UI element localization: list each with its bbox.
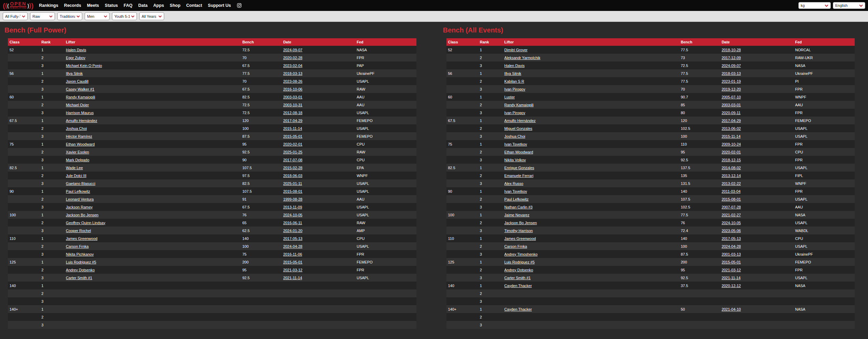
lifter-link[interactable]: Ethan Woodward <box>66 142 95 146</box>
lifter-link[interactable]: Michael Oxier <box>66 103 89 107</box>
unit-select[interactable]: kg <box>798 2 831 9</box>
date-link[interactable]: 2020-02-28 <box>283 56 302 60</box>
filter-sex-select[interactable]: Men <box>85 12 110 20</box>
date-link[interactable]: 2017-05-13 <box>722 236 741 241</box>
date-link[interactable]: 2024-09-07 <box>283 48 302 52</box>
filter-year-select[interactable]: All Years <box>139 12 164 20</box>
date-link[interactable]: 2015-05-01 <box>283 134 302 138</box>
lifter-link[interactable]: Joshua Choi <box>504 134 525 138</box>
date-link[interactable]: 2020-02-01 <box>722 150 741 154</box>
lifter-link[interactable]: Michael Kein O Ponio <box>66 64 102 68</box>
date-link[interactable]: 2013-06-02 <box>722 126 741 131</box>
date-link[interactable]: 2024-10-05 <box>722 221 741 225</box>
date-link[interactable]: 2009-10-24 <box>722 142 741 146</box>
date-link[interactable]: 2015-08-01 <box>283 189 302 193</box>
lifter-link[interactable]: Paul Lefkowitz <box>66 189 90 193</box>
lifter-link[interactable]: Aleksandr Yarmolchik <box>504 56 540 60</box>
lifter-link[interactable]: Jackson Ramey <box>66 205 93 209</box>
lifter-link[interactable]: Timothy Harrison <box>504 229 533 233</box>
date-link[interactable]: 2003-03-01 <box>722 103 741 107</box>
date-link[interactable]: 2001-03-13 <box>722 252 741 256</box>
lifter-link[interactable]: Xavier Esolen <box>66 150 89 154</box>
nav-item-meets[interactable]: Meets <box>87 3 99 8</box>
lifter-link[interactable]: Geoffrey Quinn Lindsay <box>66 221 105 225</box>
openpowerlifting-logo[interactable]: ((( OPEN POWERLIFTING ))) <box>3 2 33 9</box>
date-link[interactable]: 2003-03-01 <box>283 95 302 99</box>
lifter-link[interactable]: Illya Sitnik <box>66 71 83 76</box>
lifter-link[interactable]: Carson Frnka <box>504 244 527 248</box>
lifter-link[interactable]: Ethan Woodward <box>504 150 533 154</box>
date-link[interactable]: 2024-10-05 <box>283 213 302 217</box>
lifter-link[interactable]: Randy Kamaiopili <box>66 95 95 99</box>
lifter-link[interactable]: Jackson Bo Jensen <box>504 221 537 225</box>
date-link[interactable]: 2023-01-19 <box>722 79 741 83</box>
lifter-link[interactable]: Harrison Maurus <box>66 111 94 115</box>
lifter-link[interactable]: Andrey Timoshenko <box>504 252 538 256</box>
lifter-link[interactable]: Arnulfo Hernández <box>504 119 536 123</box>
lifter-link[interactable]: Carter Smith #1 <box>66 276 92 280</box>
lifter-link[interactable]: Paul Lefkowitz <box>504 197 529 201</box>
lifter-link[interactable]: Gaetano Blasucci <box>66 181 95 186</box>
lifter-link[interactable]: Casey Walker #1 <box>66 87 94 91</box>
date-link[interactable]: 2021-11-14 <box>722 276 740 280</box>
lifter-link[interactable]: Carson Frnka <box>66 244 89 248</box>
date-link[interactable]: 2016-10-06 <box>283 87 302 91</box>
date-link[interactable]: 2024-09-07 <box>722 64 741 68</box>
lifter-link[interactable]: Nikita Volkov <box>504 158 526 162</box>
lifter-link[interactable]: Wade Lee <box>66 166 83 170</box>
filter-equipment-select[interactable]: Raw <box>30 12 55 20</box>
date-link[interactable]: 2017-07-08 <box>283 158 302 162</box>
date-link[interactable]: 2021-02-27 <box>722 213 741 217</box>
date-link[interactable]: 2015-11-14 <box>283 126 302 131</box>
date-link[interactable]: 2012-08-18 <box>283 111 302 115</box>
date-link[interactable]: 2003-10-31 <box>283 103 302 107</box>
filter-classes-select[interactable]: Traditional <box>57 12 82 20</box>
lifter-link[interactable]: Nathan Carlin #3 <box>504 205 533 209</box>
date-link[interactable]: 2020-02-01 <box>283 142 302 146</box>
filter-age-select[interactable]: Youth 5-12 <box>112 12 137 20</box>
lifter-link[interactable]: Kabilan S R <box>504 79 524 83</box>
nav-item-faq[interactable]: FAQ <box>124 3 132 8</box>
date-link[interactable]: 2021-04-10 <box>722 307 741 311</box>
lifter-link[interactable]: Halen Davis <box>504 64 525 68</box>
filter-federation-select[interactable]: All Fully-Test... <box>3 12 28 20</box>
date-link[interactable]: 2015-05-01 <box>283 260 302 264</box>
date-link[interactable]: 2019-12-20 <box>722 87 741 91</box>
nav-item-apps[interactable]: Apps <box>153 3 164 8</box>
lifter-link[interactable]: Jackson Bo Jensen <box>66 213 98 217</box>
date-link[interactable]: 2017-12-09 <box>722 56 741 60</box>
date-link[interactable]: 2013-12-14 <box>722 174 741 178</box>
date-link[interactable]: 2021-03-12 <box>283 268 302 272</box>
date-link[interactable]: 2018-06-03 <box>283 174 302 178</box>
date-link[interactable]: 2015-02-28 <box>283 166 302 170</box>
date-link[interactable]: 2021-11-14 <box>283 276 302 280</box>
lifter-link[interactable]: Nikita Pichkanov <box>66 252 94 256</box>
lifter-link[interactable]: Ivan Pirogov <box>504 111 525 115</box>
lifter-link[interactable]: Jaime Nevarez <box>504 213 529 217</box>
date-link[interactable]: 2018-03-13 <box>283 71 302 76</box>
date-link[interactable]: 2013-11-09 <box>283 205 302 209</box>
nav-item-shop[interactable]: Shop <box>170 3 180 8</box>
nav-item-contact[interactable]: Contact <box>186 3 202 8</box>
date-link[interactable]: 2023-02-04 <box>283 64 302 68</box>
lifter-link[interactable]: Dimitri Grover <box>504 48 528 52</box>
nav-item-data[interactable]: Data <box>138 3 147 8</box>
lifter-link[interactable]: Luster <box>504 95 515 99</box>
lifter-link[interactable]: Arnulfo Hernández <box>66 119 97 123</box>
lifter-link[interactable]: Ivan Tsvetkov <box>504 142 527 146</box>
lifter-link[interactable]: Mark Delgado <box>66 158 89 162</box>
date-link[interactable]: 2017-05-13 <box>283 236 302 241</box>
lifter-link[interactable]: Cooper Rochel <box>66 229 91 233</box>
date-link[interactable]: 2007-07-28 <box>722 205 741 209</box>
lifter-link[interactable]: Cayden Thacker <box>504 284 532 288</box>
date-link[interactable]: 2018-12-15 <box>722 158 741 162</box>
date-link[interactable]: 2011-03-04 <box>722 189 740 193</box>
lifter-link[interactable]: Héctor Ramírez <box>66 134 92 138</box>
lifter-link[interactable]: Egor Zubov <box>66 56 85 60</box>
lifter-link[interactable]: Illya Sitnik <box>504 71 522 76</box>
lifter-link[interactable]: Enrique Gonzales <box>504 166 534 170</box>
date-link[interactable]: 2013-02-22 <box>722 181 741 186</box>
date-link[interactable]: 2024-04-28 <box>283 244 302 248</box>
date-link[interactable]: 2020-12-12 <box>722 284 741 288</box>
lifter-link[interactable]: Andrey Dotsenko <box>504 268 533 272</box>
